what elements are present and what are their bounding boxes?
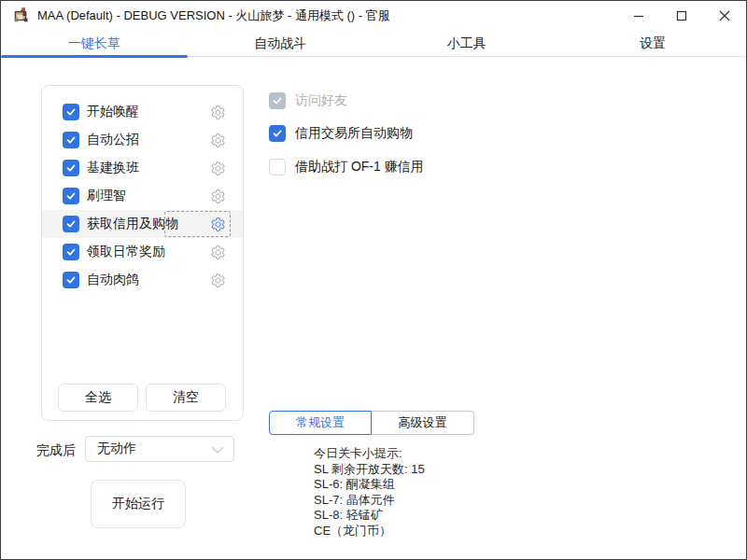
tab-label: 自动战斗 <box>254 35 306 52</box>
tab-tools[interactable]: 小工具 <box>374 31 560 57</box>
tip-line: CE（龙门币） <box>314 524 425 539</box>
option-label: 访问好友 <box>295 92 347 109</box>
window-controls <box>617 1 746 31</box>
checkbox-checked[interactable] <box>63 104 79 120</box>
task-rows: 开始唤醒 自动公招 基建换班 刷理智 获取信用及购物 <box>42 98 243 294</box>
minimize-button[interactable] <box>617 1 660 31</box>
gear-icon[interactable] <box>207 214 228 234</box>
task-panel-buttons: 全选 清空 <box>58 384 226 412</box>
window-title: MAA (Default) - DEBUG VERSION - 火山旅梦 - 通… <box>37 7 390 24</box>
task-label: 开始唤醒 <box>87 104 139 120</box>
clear-button[interactable]: 清空 <box>146 384 226 412</box>
main-tab-bar: 一键长草 自动战斗 小工具 设置 <box>1 31 746 57</box>
gear-icon[interactable] <box>207 158 228 178</box>
task-label: 领取日常奖励 <box>87 244 165 260</box>
tab-settings[interactable]: 设置 <box>560 31 747 57</box>
task-row-award[interactable]: 领取日常奖励 <box>42 238 243 266</box>
select-all-button[interactable]: 全选 <box>58 384 138 412</box>
app-window: MAA (Default) - DEBUG VERSION - 火山旅梦 - 通… <box>0 0 747 560</box>
tip-line: SL-8: 轻锰矿 <box>314 508 425 524</box>
after-complete-label: 完成后 <box>36 442 76 459</box>
tip-line: 今日关卡小提示: <box>314 446 425 462</box>
tab-advanced-settings[interactable]: 高级设置 <box>372 411 474 435</box>
task-row-infrast[interactable]: 基建换班 <box>42 154 243 182</box>
task-row-roguelike[interactable]: 自动肉鸽 <box>42 266 243 294</box>
start-run-button[interactable]: 开始运行 <box>91 480 186 528</box>
task-row-recruit[interactable]: 自动公招 <box>42 126 243 154</box>
task-list-panel: 开始唤醒 自动公招 基建换班 刷理智 获取信用及购物 <box>41 85 244 421</box>
checkbox-checked[interactable] <box>269 125 286 142</box>
tip-line: SL 剩余开放天数: 15 <box>314 462 425 478</box>
gear-icon[interactable] <box>207 186 228 206</box>
tab-label: 一键长草 <box>68 35 120 52</box>
task-label: 自动肉鸽 <box>87 272 139 288</box>
maximize-button[interactable] <box>660 1 703 31</box>
checkbox-checked[interactable] <box>63 188 79 204</box>
tab-label: 设置 <box>640 35 666 52</box>
checkbox-checked[interactable] <box>63 272 79 288</box>
tip-line: SL-7: 晶体元件 <box>314 493 425 509</box>
checkbox-disabled-checked <box>269 92 286 109</box>
checkbox-checked[interactable] <box>63 244 79 260</box>
close-button[interactable] <box>703 1 746 31</box>
after-complete-dropdown[interactable]: 无动作 <box>85 436 234 462</box>
gear-icon[interactable] <box>207 270 228 290</box>
stage-tips: 今日关卡小提示: SL 剩余开放天数: 15 SL-6: 酮凝集组 SL-7: … <box>314 446 425 539</box>
task-row-wakeup[interactable]: 开始唤醒 <box>42 98 243 126</box>
tab-farming[interactable]: 一键长草 <box>1 31 188 57</box>
option-visit-friends[interactable]: 访问好友 <box>269 92 347 109</box>
option-of1-credit[interactable]: 借助战打 OF-1 赚信用 <box>269 159 424 175</box>
tab-label: 小工具 <box>447 35 486 52</box>
checkbox-checked[interactable] <box>63 160 79 176</box>
task-label: 基建换班 <box>87 160 139 176</box>
tip-line: SL-6: 酮凝集组 <box>314 477 425 493</box>
task-row-fight[interactable]: 刷理智 <box>42 182 243 210</box>
gear-icon[interactable] <box>207 242 228 262</box>
tab-general-settings[interactable]: 常规设置 <box>269 411 372 435</box>
settings-tab-group: 常规设置 高级设置 <box>269 411 474 435</box>
gear-icon[interactable] <box>207 102 228 122</box>
task-row-credit-shopping[interactable]: 获取信用及购物 <box>42 210 243 238</box>
task-label: 自动公招 <box>87 132 139 148</box>
checkbox-unchecked[interactable] <box>269 159 286 175</box>
title-bar: MAA (Default) - DEBUG VERSION - 火山旅梦 - 通… <box>1 1 746 31</box>
chevron-down-icon <box>211 441 224 457</box>
checkbox-checked[interactable] <box>63 132 79 148</box>
app-logo-icon <box>11 7 30 25</box>
tab-copilot[interactable]: 自动战斗 <box>188 31 374 57</box>
gear-icon[interactable] <box>207 130 228 150</box>
option-credit-shopping[interactable]: 信用交易所自动购物 <box>269 125 413 142</box>
checkbox-checked[interactable] <box>63 216 79 232</box>
dropdown-value: 无动作 <box>97 441 211 457</box>
option-label: 借助战打 OF-1 赚信用 <box>295 159 424 175</box>
option-label: 信用交易所自动购物 <box>295 125 413 142</box>
task-label: 刷理智 <box>87 188 126 204</box>
